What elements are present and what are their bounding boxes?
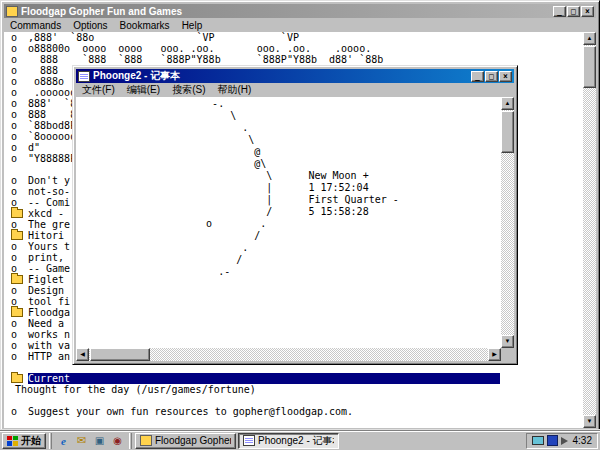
maximize-button[interactable]: □ <box>485 71 498 82</box>
folder-icon <box>11 374 23 383</box>
scroll-thumb[interactable] <box>90 348 150 361</box>
gopher-vertical-scrollbar[interactable]: ▲ ▼ <box>583 32 596 428</box>
gopher-item-text: -- Game <box>28 263 70 274</box>
gopher-menu-commands[interactable]: Commands <box>4 19 67 32</box>
gopher-item: oSuggest your own fun resources to gophe… <box>4 406 583 417</box>
gopher-item-type-cell <box>4 274 28 286</box>
gopher-item-text: 888 `888 `888 `888P"Y88b `888P"Y88b d88'… <box>28 54 383 65</box>
gopher-window-title: Floodgap Gopher Fun and Games <box>21 6 550 17</box>
gopher-text-bullet: o <box>4 87 28 98</box>
channels-icon[interactable]: ◉ <box>109 433 126 449</box>
notepad-horizontal-scrollbar[interactable]: ◀ ▶ <box>76 348 501 361</box>
gopher-menu-bookmarks[interactable]: Bookmarks <box>114 19 176 32</box>
gopher-item-text: `8oooooo <box>28 131 76 142</box>
scroll-left-icon[interactable]: ◀ <box>76 348 89 361</box>
gopher-item-text: 888' `8 <box>28 98 76 109</box>
gopher-item-text: o88800o oooo oooo ooo. .oo. ooo. .oo. .o… <box>28 43 371 54</box>
taskbar-button-gopher[interactable]: Floodgap Gopher Fun .. <box>135 433 236 449</box>
start-button[interactable]: 开始 <box>2 433 46 449</box>
system-tray: 4:32 <box>526 433 598 449</box>
notepad-window: Phoonge2 - 记事本 _ □ × 文件(F)编辑(E)搜索(S)帮助(H… <box>72 65 518 365</box>
gopher-item-text <box>28 362 34 373</box>
minimize-button[interactable]: _ <box>471 71 484 82</box>
gopher-item-selected[interactable]: Current <box>4 373 583 384</box>
scroll-up-icon[interactable]: ▲ <box>501 97 514 110</box>
moon-phase-ascii-art: -. \ . \ @ @\ \ New Moon + | 1 17:52:04 … <box>176 98 399 278</box>
notepad-text-area[interactable]: -. \ . \ @ @\ \ New Moon + | 1 17:52:04 … <box>76 97 514 361</box>
taskbar-button-notepad[interactable]: Phoonge2 - 记事本 <box>238 433 339 449</box>
notepad-icon <box>243 435 255 446</box>
gopher-item-text: print, <box>28 252 64 263</box>
folder-icon <box>11 209 23 218</box>
gopher-text-bullet: o <box>4 351 28 362</box>
ie-quicklaunch-icon[interactable]: e <box>55 433 72 449</box>
scroll-down-icon[interactable]: ▼ <box>583 415 596 428</box>
gopher-item-text: Figlet <box>28 274 64 285</box>
outlook-quicklaunch-icon[interactable]: ✉ <box>73 433 90 449</box>
notepad-menu-e[interactable]: 编辑(E) <box>121 82 166 98</box>
notepad-titlebar[interactable]: Phoonge2 - 记事本 _ □ × <box>76 69 514 83</box>
gopher-icon <box>140 435 152 446</box>
gopher-text-bullet: o <box>4 318 28 329</box>
gopher-text-bullet: o <box>4 32 28 43</box>
gopher-text-bullet: o <box>4 76 28 87</box>
scroll-down-icon[interactable]: ▼ <box>501 335 514 348</box>
notepad-menu-s[interactable]: 搜索(S) <box>166 82 211 98</box>
taskbar: 开始 e✉▣◉ Floodgap Gopher Fun ..Phoonge2 -… <box>0 430 600 450</box>
gopher-item-text <box>28 395 34 406</box>
gopher-item-text: ,888' `88o `VP `VP <box>28 32 299 43</box>
gopher-item-text: HTTP an <box>28 351 70 362</box>
scrollbar-corner <box>501 348 514 361</box>
folder-icon <box>11 308 23 317</box>
gopher-item-text: Thought for the day (/usr/games/fortune) <box>4 384 256 395</box>
gopher-text-bullet: o <box>4 285 28 296</box>
gopher-item-text: xkcd - <box>28 208 64 219</box>
scroll-thumb[interactable] <box>583 46 596 88</box>
close-button[interactable]: × <box>499 71 512 82</box>
notepad-app-icon <box>78 71 90 82</box>
gopher-item-text: Current <box>28 373 500 384</box>
gopher-item <box>4 395 583 406</box>
gopher-item-text: "Y88888P <box>28 153 76 164</box>
taskbar-divider <box>129 433 132 449</box>
volume-tray-icon[interactable] <box>561 437 568 445</box>
windows-logo-icon <box>7 436 18 446</box>
maximize-button[interactable]: □ <box>567 6 580 17</box>
gopher-item-text: Yours t <box>28 241 70 252</box>
ime-indicator-icon[interactable] <box>547 435 558 446</box>
gopher-item-text: Need a <box>28 318 64 329</box>
gopher-item-text: The gre <box>28 219 70 230</box>
scroll-up-icon[interactable]: ▲ <box>583 32 596 45</box>
close-button[interactable]: × <box>581 6 594 17</box>
scroll-right-icon[interactable]: ▶ <box>488 348 501 361</box>
gopher-item-type-cell <box>4 208 28 220</box>
notepad-menu-f[interactable]: 文件(F) <box>76 82 121 98</box>
gopher-text-bullet: o <box>4 43 28 54</box>
gopher-text-bullet: o <box>4 329 28 340</box>
gopher-titlebar[interactable]: Floodgap Gopher Fun and Games _ □ × <box>4 4 596 18</box>
gopher-text-bullet: o <box>4 109 28 120</box>
gopher-item-text: Design <box>28 285 64 296</box>
minimize-button[interactable]: _ <box>553 6 566 17</box>
display-tray-icon[interactable] <box>532 436 544 445</box>
gopher-text-bullet: o <box>4 153 28 164</box>
gopher-item-text: d" <box>28 142 40 153</box>
notepad-vertical-scrollbar[interactable]: ▲ ▼ <box>501 97 514 348</box>
gopher-text-bullet: o <box>4 142 28 153</box>
show-desktop-icon[interactable]: ▣ <box>91 433 108 449</box>
gopher-text-bullet: o <box>4 241 28 252</box>
gopher-menu-help[interactable]: Help <box>176 19 209 32</box>
gopher-menu-options[interactable]: Options <box>67 19 113 32</box>
scroll-thumb[interactable] <box>501 111 514 153</box>
gopher-menubar: CommandsOptionsBookmarksHelp <box>4 18 596 32</box>
taskbar-divider <box>49 433 52 449</box>
gopher-item-text: Hitori <box>28 230 64 241</box>
gopher-app-icon <box>6 6 18 17</box>
gopher-item-text: Suggest your own fun resources to gopher… <box>28 406 353 417</box>
notepad-menu-h[interactable]: 帮助(H) <box>211 82 257 98</box>
folder-icon <box>11 275 23 284</box>
notepad-menubar: 文件(F)编辑(E)搜索(S)帮助(H) <box>76 83 514 97</box>
gopher-item: o,888' `88o `VP `VP <box>4 32 583 43</box>
desktop: Floodgap Gopher Fun and Games _ □ × Comm… <box>0 0 600 450</box>
gopher-text-bullet: o <box>4 406 28 417</box>
